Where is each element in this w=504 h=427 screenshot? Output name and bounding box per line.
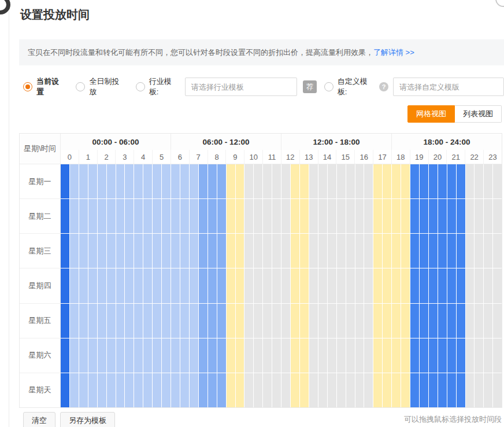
time-slot-cell[interactable] (79, 304, 88, 338)
time-slot-cell[interactable] (227, 373, 235, 407)
time-slot-cell[interactable] (457, 234, 465, 268)
time-slot-cell[interactable] (447, 338, 456, 373)
time-slot-cell[interactable] (355, 199, 364, 233)
time-slot-cell[interactable] (383, 268, 391, 303)
time-slot-cell[interactable] (272, 164, 281, 198)
time-slot-cell[interactable] (162, 304, 171, 338)
time-slot-cell[interactable] (401, 234, 410, 268)
time-slot-cell[interactable] (291, 199, 299, 233)
time-slot-cell[interactable] (392, 304, 401, 338)
time-slot-cell[interactable] (153, 199, 161, 233)
time-slot-cell[interactable] (162, 338, 171, 373)
time-slot-cell[interactable] (171, 234, 180, 268)
time-slot-cell[interactable] (484, 268, 492, 303)
time-slot-cell[interactable] (291, 268, 299, 303)
time-slot-cell[interactable] (438, 234, 447, 268)
time-slot-cell[interactable] (236, 304, 244, 338)
time-slot-cell[interactable] (401, 338, 410, 373)
time-slot-cell[interactable] (208, 199, 217, 233)
time-slot-cell[interactable] (318, 234, 327, 268)
time-slot-cell[interactable] (125, 234, 134, 268)
time-slot-cell[interactable] (493, 164, 502, 198)
time-slot-cell[interactable] (318, 268, 327, 303)
time-slot-cell[interactable] (208, 234, 217, 268)
time-slot-cell[interactable] (254, 338, 262, 373)
time-slot-cell[interactable] (457, 268, 465, 303)
time-slot-cell[interactable] (217, 304, 226, 338)
time-slot-cell[interactable] (79, 268, 88, 303)
time-slot-cell[interactable] (236, 338, 244, 373)
time-slot-cell[interactable] (70, 234, 79, 268)
time-slot-cell[interactable] (61, 338, 69, 373)
time-slot-cell[interactable] (346, 338, 355, 373)
time-slot-cell[interactable] (373, 304, 382, 338)
time-slot-cell[interactable] (355, 338, 364, 373)
time-slot-cell[interactable] (475, 304, 483, 338)
time-slot-cell[interactable] (180, 199, 189, 233)
time-slot-cell[interactable] (190, 268, 198, 303)
time-slot-cell[interactable] (180, 268, 189, 303)
radio-unselected-icon[interactable] (136, 82, 145, 91)
time-slot-cell[interactable] (337, 304, 346, 338)
time-slot-cell[interactable] (466, 199, 475, 233)
time-slot-cell[interactable] (208, 304, 217, 338)
time-slot-cell[interactable] (420, 338, 428, 373)
time-slot-cell[interactable] (300, 164, 309, 198)
time-slot-cell[interactable] (420, 164, 428, 198)
time-slot-cell[interactable] (328, 373, 336, 407)
time-slot-cell[interactable] (217, 199, 226, 233)
time-slot-cell[interactable] (199, 373, 207, 407)
time-slot-cell[interactable] (263, 234, 272, 268)
time-slot-cell[interactable] (484, 304, 492, 338)
time-slot-cell[interactable] (410, 373, 419, 407)
time-slot-cell[interactable] (254, 304, 262, 338)
time-slot-cell[interactable] (263, 268, 272, 303)
time-slot-cell[interactable] (373, 373, 382, 407)
time-slot-cell[interactable] (457, 199, 465, 233)
time-slot-cell[interactable] (236, 268, 244, 303)
time-slot-cell[interactable] (263, 199, 272, 233)
time-slot-cell[interactable] (244, 164, 253, 198)
time-slot-cell[interactable] (392, 234, 401, 268)
time-slot-cell[interactable] (107, 373, 116, 407)
time-slot-cell[interactable] (346, 199, 355, 233)
time-slot-cell[interactable] (227, 338, 235, 373)
time-slot-cell[interactable] (125, 373, 134, 407)
time-slot-cell[interactable] (475, 268, 483, 303)
time-slot-cell[interactable] (493, 199, 502, 233)
time-slot-cell[interactable] (107, 338, 116, 373)
time-slot-cell[interactable] (484, 164, 492, 198)
time-slot-cell[interactable] (429, 199, 438, 233)
time-slot-cell[interactable] (116, 304, 125, 338)
time-slot-cell[interactable] (208, 373, 217, 407)
time-slot-cell[interactable] (281, 338, 290, 373)
time-slot-cell[interactable] (272, 268, 281, 303)
time-slot-cell[interactable] (61, 199, 69, 233)
time-slot-cell[interactable] (429, 164, 438, 198)
time-slot-cell[interactable] (410, 338, 419, 373)
time-slot-cell[interactable] (153, 268, 161, 303)
time-slot-cell[interactable] (125, 338, 134, 373)
time-slot-cell[interactable] (70, 164, 79, 198)
time-slot-cell[interactable] (420, 268, 428, 303)
time-slot-cell[interactable] (208, 338, 217, 373)
time-slot-cell[interactable] (70, 373, 79, 407)
time-slot-cell[interactable] (227, 268, 235, 303)
time-slot-cell[interactable] (337, 338, 346, 373)
time-slot-cell[interactable] (383, 164, 391, 198)
time-slot-cell[interactable] (79, 373, 88, 407)
time-slot-cell[interactable] (420, 199, 428, 233)
time-slot-cell[interactable] (98, 234, 106, 268)
time-slot-cell[interactable] (281, 164, 290, 198)
time-slot-cell[interactable] (337, 199, 346, 233)
time-slot-cell[interactable] (162, 234, 171, 268)
time-slot-cell[interactable] (438, 268, 447, 303)
time-slot-cell[interactable] (227, 234, 235, 268)
time-slot-cell[interactable] (300, 304, 309, 338)
time-slot-cell[interactable] (190, 234, 198, 268)
radio-unselected-icon[interactable] (324, 82, 333, 91)
time-slot-cell[interactable] (107, 268, 116, 303)
time-slot-cell[interactable] (318, 164, 327, 198)
time-slot-cell[interactable] (484, 373, 492, 407)
time-slot-cell[interactable] (236, 373, 244, 407)
